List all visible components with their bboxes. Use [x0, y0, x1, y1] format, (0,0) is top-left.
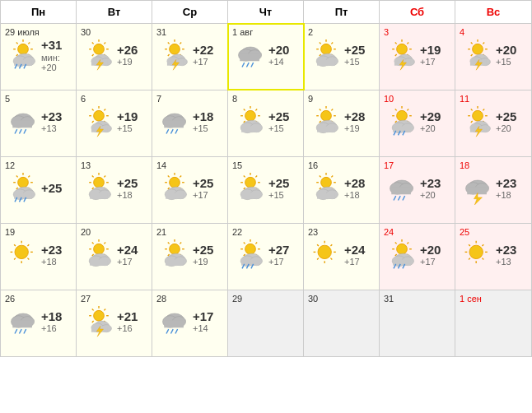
temperatures: +20+14	[268, 44, 289, 67]
svg-line-340	[469, 258, 470, 260]
svg-line-106	[104, 109, 105, 111]
weather-icon	[308, 239, 344, 271]
svg-rect-230	[241, 193, 259, 198]
svg-point-0	[18, 44, 29, 55]
svg-line-97	[19, 129, 21, 133]
day-cell[interactable]: 31 +22+17	[152, 24, 228, 90]
day-cell[interactable]: 11 +25+20	[455, 90, 531, 156]
week-row-3: 19 +23+1820 +24+1721 +25+1922	[1, 224, 531, 290]
temperatures: +31мин: +20	[41, 39, 72, 72]
temp-low: +15	[344, 57, 360, 67]
day-cell[interactable]: 17 +23+20	[380, 157, 455, 223]
svg-line-7	[28, 43, 30, 44]
day-content: +24+17	[81, 239, 147, 271]
day-cell[interactable]: 25 +23+13	[455, 224, 531, 290]
day-cell[interactable]: 12 +25	[1, 157, 77, 223]
temp-high: +20	[420, 244, 441, 258]
day-cell[interactable]: 24 +20+17	[380, 224, 455, 290]
day-cell[interactable]: 8 +25+15	[228, 90, 304, 156]
temperatures: +25	[41, 182, 62, 196]
temp-high: +22	[193, 44, 213, 58]
weather-icon	[81, 172, 117, 205]
temperatures: +25+20	[496, 110, 516, 134]
svg-point-332	[469, 245, 483, 258]
temp-high: +27	[268, 244, 289, 258]
temp-high: +25	[344, 44, 365, 58]
day-number: 14	[156, 160, 166, 170]
day-number: 9	[308, 94, 313, 104]
day-number: 23	[308, 227, 318, 237]
day-cell[interactable]: 9 +28+19	[304, 90, 380, 156]
day-content: +23+13	[5, 105, 72, 138]
temp-high: +23	[496, 177, 516, 191]
day-cell[interactable]: 4 +20+15	[455, 24, 531, 90]
header-cell-Вс: Вс	[455, 1, 531, 23]
svg-point-192	[94, 177, 105, 188]
day-cell[interactable]: 30	[304, 290, 380, 356]
day-cell[interactable]: 15 +25+15	[228, 157, 304, 223]
svg-point-51	[321, 44, 332, 54]
day-content: +24+17	[308, 239, 375, 271]
day-cell[interactable]: 26 +18+16	[1, 290, 77, 356]
svg-line-56	[320, 43, 321, 44]
svg-line-223	[244, 176, 245, 178]
day-cell[interactable]: 14 +25+17	[152, 157, 228, 223]
day-cell[interactable]: 1 сен	[455, 290, 531, 356]
weather-icon	[308, 172, 344, 205]
svg-point-120	[245, 110, 256, 121]
weather-icon	[460, 239, 496, 271]
day-cell[interactable]: 10 +29+20	[380, 90, 455, 156]
temp-low: +13	[41, 123, 57, 133]
day-cell[interactable]: 28 +17+14	[152, 290, 228, 356]
day-cell[interactable]: 27 +21+16	[77, 290, 152, 356]
svg-line-315	[317, 258, 319, 260]
day-cell[interactable]: 3 +19+17	[380, 24, 455, 90]
day-cell[interactable]: 5 +23+13	[1, 90, 77, 156]
day-cell[interactable]: 1 авг +20+14	[228, 24, 304, 90]
day-cell[interactable]: 18 +23+18	[455, 157, 531, 223]
svg-line-212	[180, 176, 181, 178]
day-cell[interactable]: 6 +19+15	[77, 90, 152, 156]
svg-line-313	[330, 258, 332, 260]
temp-low: +19	[117, 57, 133, 67]
day-cell[interactable]: 20 +24+17	[77, 224, 152, 290]
svg-point-16	[94, 44, 105, 54]
temp-low: +17	[344, 257, 360, 267]
svg-line-238	[331, 176, 333, 178]
temperatures: +20+17	[420, 244, 441, 267]
day-cell[interactable]: 16 +28+18	[304, 157, 380, 223]
svg-point-307	[318, 245, 331, 258]
svg-line-262	[27, 258, 29, 260]
svg-point-256	[15, 245, 28, 258]
svg-line-225	[255, 176, 257, 178]
day-cell[interactable]: 29	[228, 290, 304, 356]
weather-icon	[460, 105, 496, 138]
temp-low: +17	[420, 57, 436, 67]
temp-high: +23	[41, 244, 62, 258]
day-cell[interactable]: 13 +25+18	[77, 157, 152, 223]
svg-point-78	[473, 44, 483, 54]
day-cell[interactable]: 31	[380, 290, 455, 356]
svg-line-69	[395, 43, 397, 44]
day-cell[interactable]: 21 +25+19	[152, 224, 228, 290]
day-cell[interactable]: 19 +23+18	[1, 224, 77, 290]
svg-point-278	[170, 244, 180, 254]
day-cell[interactable]: 7 +18+15	[152, 90, 228, 156]
svg-rect-290	[166, 259, 184, 265]
temp-low: +20	[420, 123, 436, 133]
day-cell[interactable]: 30 +26+19	[77, 24, 152, 90]
day-cell[interactable]: 22 +27+17	[228, 224, 304, 290]
header-cell-Пт: Пт	[304, 1, 380, 23]
day-number: 2	[308, 27, 313, 37]
day-cell[interactable]: 29 июля +31мин: +20	[1, 24, 77, 90]
svg-line-37	[180, 43, 181, 44]
header-cell-Чт: Чт	[228, 1, 304, 23]
svg-point-99	[94, 110, 105, 121]
temperatures: +25+19	[193, 244, 213, 267]
day-content: +23+18	[460, 172, 527, 205]
day-cell[interactable]: 23 +24+17	[304, 224, 380, 290]
svg-line-356	[92, 321, 94, 323]
temp-low: +17	[193, 190, 208, 200]
day-number: 5	[5, 94, 10, 104]
day-cell[interactable]: 2 +25+15	[304, 24, 380, 90]
